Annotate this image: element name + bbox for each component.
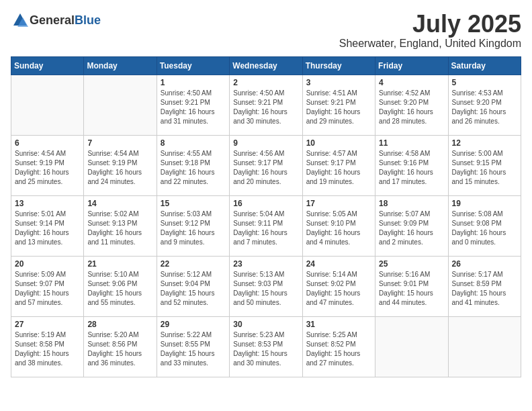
- day-number: 12: [452, 138, 517, 148]
- day-info: Sunrise: 5:03 AM Sunset: 9:12 PM Dayligh…: [161, 210, 226, 247]
- location-title: Sheerwater, England, United Kingdom: [339, 38, 521, 50]
- table-row: 31Sunrise: 5:25 AM Sunset: 8:52 PM Dayli…: [302, 316, 375, 377]
- day-number: 24: [306, 259, 371, 269]
- col-thursday: Thursday: [302, 56, 375, 75]
- table-row: 15Sunrise: 5:03 AM Sunset: 9:12 PM Dayli…: [157, 195, 229, 256]
- table-row: 27Sunrise: 5:19 AM Sunset: 8:58 PM Dayli…: [11, 316, 84, 377]
- table-row: 12Sunrise: 5:00 AM Sunset: 9:15 PM Dayli…: [448, 135, 521, 195]
- logo: GeneralBlue: [11, 11, 101, 30]
- table-row: [448, 316, 521, 377]
- col-tuesday: Tuesday: [157, 56, 229, 75]
- day-number: 17: [306, 199, 371, 208]
- table-row: 17Sunrise: 5:05 AM Sunset: 9:10 PM Dayli…: [302, 195, 375, 256]
- day-number: 18: [379, 199, 444, 208]
- day-number: 16: [233, 199, 298, 208]
- day-info: Sunrise: 4:53 AM Sunset: 9:20 PM Dayligh…: [452, 89, 517, 126]
- table-row: 28Sunrise: 5:20 AM Sunset: 8:56 PM Dayli…: [84, 316, 157, 377]
- table-row: [375, 316, 448, 377]
- day-info: Sunrise: 5:02 AM Sunset: 9:13 PM Dayligh…: [87, 210, 152, 247]
- day-info: Sunrise: 4:50 AM Sunset: 9:21 PM Dayligh…: [233, 89, 298, 126]
- table-row: 8Sunrise: 4:55 AM Sunset: 9:18 PM Daylig…: [157, 135, 229, 195]
- month-title: July 2025: [339, 11, 521, 38]
- day-number: 13: [15, 199, 80, 208]
- day-info: Sunrise: 4:58 AM Sunset: 9:16 PM Dayligh…: [379, 149, 444, 187]
- calendar-week-row: 6Sunrise: 4:54 AM Sunset: 9:19 PM Daylig…: [11, 135, 521, 195]
- col-sunday: Sunday: [11, 56, 84, 75]
- table-row: 24Sunrise: 5:14 AM Sunset: 9:02 PM Dayli…: [302, 256, 375, 316]
- day-number: 3: [306, 78, 371, 87]
- day-info: Sunrise: 5:12 AM Sunset: 9:04 PM Dayligh…: [161, 270, 226, 308]
- day-number: 19: [452, 199, 517, 208]
- calendar-week-row: 27Sunrise: 5:19 AM Sunset: 8:58 PM Dayli…: [11, 316, 521, 377]
- table-row: 2Sunrise: 4:50 AM Sunset: 9:21 PM Daylig…: [230, 75, 302, 135]
- table-row: 25Sunrise: 5:16 AM Sunset: 9:01 PM Dayli…: [375, 256, 448, 316]
- day-number: 7: [87, 138, 152, 148]
- day-number: 11: [379, 138, 444, 148]
- table-row: 10Sunrise: 4:57 AM Sunset: 9:17 PM Dayli…: [302, 135, 375, 195]
- day-info: Sunrise: 4:54 AM Sunset: 9:19 PM Dayligh…: [15, 149, 80, 187]
- table-row: [84, 75, 157, 135]
- title-block: July 2025 Sheerwater, England, United Ki…: [339, 11, 521, 50]
- day-number: 31: [306, 320, 371, 329]
- day-number: 2: [233, 78, 298, 87]
- table-row: 9Sunrise: 4:56 AM Sunset: 9:17 PM Daylig…: [230, 135, 302, 195]
- day-number: 8: [161, 138, 226, 148]
- calendar-table: Sunday Monday Tuesday Wednesday Thursday…: [11, 56, 521, 377]
- calendar-week-row: 13Sunrise: 5:01 AM Sunset: 9:14 PM Dayli…: [11, 195, 521, 256]
- day-number: 6: [15, 138, 80, 148]
- table-row: 16Sunrise: 5:04 AM Sunset: 9:11 PM Dayli…: [230, 195, 302, 256]
- day-info: Sunrise: 5:25 AM Sunset: 8:52 PM Dayligh…: [306, 330, 371, 368]
- day-number: 29: [161, 320, 226, 329]
- col-monday: Monday: [84, 56, 157, 75]
- day-info: Sunrise: 4:52 AM Sunset: 9:20 PM Dayligh…: [379, 89, 444, 126]
- day-info: Sunrise: 4:55 AM Sunset: 9:18 PM Dayligh…: [161, 149, 226, 187]
- logo-icon: [11, 11, 30, 30]
- day-info: Sunrise: 5:01 AM Sunset: 9:14 PM Dayligh…: [15, 210, 80, 247]
- table-row: 1Sunrise: 4:50 AM Sunset: 9:21 PM Daylig…: [157, 75, 229, 135]
- day-info: Sunrise: 5:08 AM Sunset: 9:08 PM Dayligh…: [452, 210, 517, 247]
- table-row: 23Sunrise: 5:13 AM Sunset: 9:03 PM Dayli…: [230, 256, 302, 316]
- table-row: [11, 75, 84, 135]
- day-number: 25: [379, 259, 444, 269]
- day-info: Sunrise: 5:04 AM Sunset: 9:11 PM Dayligh…: [233, 210, 298, 247]
- table-row: 5Sunrise: 4:53 AM Sunset: 9:20 PM Daylig…: [448, 75, 521, 135]
- page-header: GeneralBlue July 2025 Sheerwater, Englan…: [11, 11, 521, 50]
- day-info: Sunrise: 5:20 AM Sunset: 8:56 PM Dayligh…: [87, 330, 152, 368]
- table-row: 29Sunrise: 5:22 AM Sunset: 8:55 PM Dayli…: [157, 316, 229, 377]
- day-number: 5: [452, 78, 517, 87]
- day-number: 21: [87, 259, 152, 269]
- day-info: Sunrise: 5:13 AM Sunset: 9:03 PM Dayligh…: [233, 270, 298, 308]
- day-info: Sunrise: 4:50 AM Sunset: 9:21 PM Dayligh…: [161, 89, 226, 126]
- day-info: Sunrise: 5:05 AM Sunset: 9:10 PM Dayligh…: [306, 210, 371, 247]
- table-row: 18Sunrise: 5:07 AM Sunset: 9:09 PM Dayli…: [375, 195, 448, 256]
- day-info: Sunrise: 5:17 AM Sunset: 8:59 PM Dayligh…: [452, 270, 517, 308]
- table-row: 20Sunrise: 5:09 AM Sunset: 9:07 PM Dayli…: [11, 256, 84, 316]
- day-number: 22: [161, 259, 226, 269]
- day-info: Sunrise: 4:51 AM Sunset: 9:21 PM Dayligh…: [306, 89, 371, 126]
- day-info: Sunrise: 5:10 AM Sunset: 9:06 PM Dayligh…: [87, 270, 152, 308]
- col-friday: Friday: [375, 56, 448, 75]
- table-row: 7Sunrise: 4:54 AM Sunset: 9:19 PM Daylig…: [84, 135, 157, 195]
- logo-text-blue: Blue: [75, 13, 101, 28]
- col-saturday: Saturday: [448, 56, 521, 75]
- table-row: 19Sunrise: 5:08 AM Sunset: 9:08 PM Dayli…: [448, 195, 521, 256]
- day-number: 23: [233, 259, 298, 269]
- calendar-week-row: 1Sunrise: 4:50 AM Sunset: 9:21 PM Daylig…: [11, 75, 521, 135]
- table-row: 11Sunrise: 4:58 AM Sunset: 9:16 PM Dayli…: [375, 135, 448, 195]
- day-info: Sunrise: 5:14 AM Sunset: 9:02 PM Dayligh…: [306, 270, 371, 308]
- day-number: 1: [161, 78, 226, 87]
- day-number: 20: [15, 259, 80, 269]
- day-info: Sunrise: 5:23 AM Sunset: 8:53 PM Dayligh…: [233, 330, 298, 368]
- table-row: 30Sunrise: 5:23 AM Sunset: 8:53 PM Dayli…: [230, 316, 302, 377]
- table-row: 3Sunrise: 4:51 AM Sunset: 9:21 PM Daylig…: [302, 75, 375, 135]
- day-info: Sunrise: 5:09 AM Sunset: 9:07 PM Dayligh…: [15, 270, 80, 308]
- table-row: 4Sunrise: 4:52 AM Sunset: 9:20 PM Daylig…: [375, 75, 448, 135]
- logo-text-general: General: [30, 13, 75, 28]
- day-number: 10: [306, 138, 371, 148]
- table-row: 26Sunrise: 5:17 AM Sunset: 8:59 PM Dayli…: [448, 256, 521, 316]
- day-info: Sunrise: 5:00 AM Sunset: 9:15 PM Dayligh…: [452, 149, 517, 187]
- calendar-week-row: 20Sunrise: 5:09 AM Sunset: 9:07 PM Dayli…: [11, 256, 521, 316]
- day-info: Sunrise: 5:07 AM Sunset: 9:09 PM Dayligh…: [379, 210, 444, 247]
- day-info: Sunrise: 4:54 AM Sunset: 9:19 PM Dayligh…: [87, 149, 152, 187]
- table-row: 6Sunrise: 4:54 AM Sunset: 9:19 PM Daylig…: [11, 135, 84, 195]
